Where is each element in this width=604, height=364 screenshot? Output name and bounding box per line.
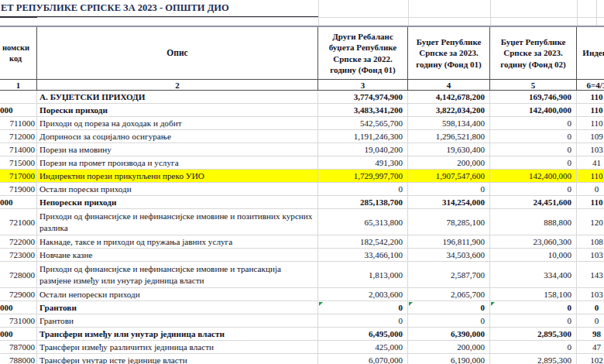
cell-description[interactable]: Остали непорески приходи [37, 288, 318, 301]
cell-rebalance-2022[interactable]: 0 [318, 183, 408, 196]
cell-budget-2023-fund01[interactable]: 78,285,100 [408, 209, 490, 235]
cell-budget-2023-fund01[interactable]: 314,254,000 [408, 196, 490, 209]
cell-rebalance-2022[interactable]: 3,774,974,900 [318, 91, 408, 104]
cell-budget-2023-fund02[interactable]: 0 [490, 130, 577, 143]
cell-index[interactable]: 47 [577, 341, 604, 354]
cell-rebalance-2022[interactable]: 425,000 [318, 341, 408, 354]
cell-rebalance-2022[interactable]: 182,542,200 [318, 235, 408, 249]
cell-rebalance-2022[interactable]: 1,191,246,300 [318, 130, 408, 143]
cell-index[interactable]: 103 [577, 249, 604, 262]
cell-economic-code[interactable] [0, 91, 37, 104]
cell-index[interactable]: 110 [577, 196, 604, 209]
cell-economic-code[interactable]: 000 [0, 104, 37, 117]
cell-budget-2023-fund01[interactable]: 4,142,678,200 [408, 91, 490, 104]
cell-budget-2023-fund01[interactable]: 1,296,521,800 [408, 130, 490, 143]
cell-rebalance-2022[interactable]: 285,138,700 [318, 196, 408, 209]
column-number-1[interactable]: 1 [0, 80, 37, 91]
cell-economic-code[interactable]: 714000 [0, 143, 37, 156]
cell-budget-2023-fund01[interactable]: 200,000 [408, 156, 490, 170]
cell-economic-code[interactable]: 787000 [0, 341, 37, 354]
cell-index[interactable]: 109 [577, 130, 604, 143]
sheet-title-cell[interactable]: ЕТ РЕПУБЛИКЕ СРПСКЕ ЗА 2023 - ОПШТИ ДИО [0, 0, 318, 18]
cell-economic-code[interactable]: 788000 [0, 354, 37, 364]
cell-budget-2023-fund01[interactable]: 6,190,000 [408, 354, 490, 364]
cell-budget-2023-fund02[interactable]: 10,000 [490, 249, 577, 262]
cell-description[interactable]: Трансфери између или унутар јединица вла… [37, 328, 318, 341]
cell-economic-code[interactable]: 717000 [0, 170, 37, 183]
cell-budget-2023-fund02[interactable]: 0 [490, 314, 577, 328]
cell-index[interactable]: 0 [577, 314, 604, 328]
cell-budget-2023-fund02[interactable]: 888,800 [490, 209, 577, 235]
cell-description[interactable]: Приходи од финансијске и нефинансијске и… [37, 209, 318, 235]
cell-budget-2023-fund02[interactable]: 23,060,300 [490, 235, 577, 249]
cell-budget-2023-fund02[interactable]: 0 [490, 183, 577, 196]
cell-budget-2023-fund02[interactable]: 0 [490, 156, 577, 170]
cell-budget-2023-fund01[interactable]: 19,630,400 [408, 143, 490, 156]
cell-rebalance-2022[interactable]: 33,466,100 [318, 249, 408, 262]
cell-budget-2023-fund01[interactable]: 3,822,034,200 [408, 104, 490, 117]
cell-economic-code[interactable]: 722000 [0, 235, 37, 249]
cell-index[interactable]: 110 [577, 170, 604, 183]
column-number-5[interactable]: 5 [490, 80, 577, 91]
header-cell-rebalance-2022[interactable]: Други Ребаланс буџета Републике Српске з… [318, 27, 408, 80]
cell-economic-code[interactable]: 712000 [0, 130, 37, 143]
cell-description[interactable]: Непорески приходи [37, 196, 318, 209]
cell-budget-2023-fund01[interactable]: 196,811,900 [408, 235, 490, 249]
cell-economic-code[interactable]: 000 [0, 301, 37, 314]
cell-rebalance-2022[interactable]: 2,003,600 [318, 288, 408, 301]
cell-economic-code[interactable]: 000 [0, 328, 37, 341]
cell-rebalance-2022[interactable]: 1,813,000 [318, 262, 408, 288]
cell-economic-code[interactable]: 000 [0, 196, 37, 209]
cell-description[interactable]: Порези на имовину [37, 143, 318, 156]
cell-economic-code[interactable]: 731000 [0, 314, 37, 328]
cell-budget-2023-fund02[interactable]: 142,400,000 [490, 104, 577, 117]
cell-index[interactable]: 103 [577, 288, 604, 301]
cell-budget-2023-fund02[interactable]: 142,400,000 [490, 170, 577, 183]
cell-budget-2023-fund01[interactable]: 0 [408, 314, 490, 328]
cell-economic-code[interactable]: 721000 [0, 209, 37, 235]
cell-rebalance-2022[interactable]: 19,040,200 [318, 143, 408, 156]
cell-description[interactable]: Накнаде, таксе и приходи од пружања јавн… [37, 235, 318, 249]
cell-description[interactable]: Грантови [37, 314, 318, 328]
cell-budget-2023-fund01[interactable]: 6,390,000 [408, 328, 490, 341]
header-cell-budget-2023-fund02[interactable]: Буџет Републике Српске за 2023. годину (… [490, 27, 577, 80]
cell-index[interactable]: 0 [577, 183, 604, 196]
cell-index[interactable]: 108 [577, 235, 604, 249]
cell-description[interactable]: Порези на промет производа и услуга [37, 156, 318, 170]
cell-budget-2023-fund02[interactable]: 24,451,600 [490, 196, 577, 209]
cell-description[interactable]: Трансфери између различитих јединица вла… [37, 341, 318, 354]
cell-description[interactable]: Индиректни порези прикупљени преко УИО [37, 170, 318, 183]
cell-economic-code[interactable]: 711000 [0, 117, 37, 130]
cell-economic-code[interactable]: 728000 [0, 262, 37, 288]
cell-index[interactable]: 102 [577, 354, 604, 364]
cell-rebalance-2022[interactable]: 0 [318, 301, 408, 314]
cell-description[interactable]: А. БУЏЕТСКИ ПРИХОДИ [37, 91, 318, 104]
cell-description[interactable]: Порески приходи [37, 104, 318, 117]
cell-budget-2023-fund02[interactable]: 0 [490, 341, 577, 354]
cell-rebalance-2022[interactable]: 6,495,000 [318, 328, 408, 341]
cell-rebalance-2022[interactable]: 65,313,800 [318, 209, 408, 235]
cell-rebalance-2022[interactable]: 6,070,000 [318, 354, 408, 364]
cell-economic-code[interactable]: 723000 [0, 249, 37, 262]
cell-rebalance-2022[interactable]: 3,483,341,200 [318, 104, 408, 117]
cell-economic-code[interactable]: 719000 [0, 183, 37, 196]
cell-budget-2023-fund01[interactable]: 2,065,700 [408, 288, 490, 301]
cell-description[interactable]: Остали порески приходи [37, 183, 318, 196]
cell-budget-2023-fund01[interactable]: 2,587,700 [408, 262, 490, 288]
cell-description[interactable]: Доприноси за социјално осигурање [37, 130, 318, 143]
cell-rebalance-2022[interactable]: 542,565,700 [318, 117, 408, 130]
cell-budget-2023-fund02[interactable]: 169,746,900 [490, 91, 577, 104]
cell-budget-2023-fund02[interactable]: 334,400 [490, 262, 577, 288]
cell-rebalance-2022[interactable]: 0 [318, 314, 408, 328]
cell-budget-2023-fund02[interactable]: 0 [490, 117, 577, 130]
cell-economic-code[interactable]: 715000 [0, 156, 37, 170]
cell-index[interactable]: 120 [577, 209, 604, 235]
column-number-6[interactable]: 6=4/3 [577, 80, 604, 91]
cell-budget-2023-fund02[interactable]: 0 [490, 301, 577, 314]
header-cell-budget-2023-fund01[interactable]: Буџет Републике Српске за 2023. годину (… [408, 27, 490, 80]
cell-index[interactable]: 110 [577, 117, 604, 130]
header-cell-description[interactable]: Опис [37, 27, 318, 80]
cell-description[interactable]: Приходи од пореза на доходак и добит [37, 117, 318, 130]
column-number-4[interactable]: 4 [408, 80, 490, 91]
cell-budget-2023-fund02[interactable]: 2,895,300 [490, 328, 577, 341]
